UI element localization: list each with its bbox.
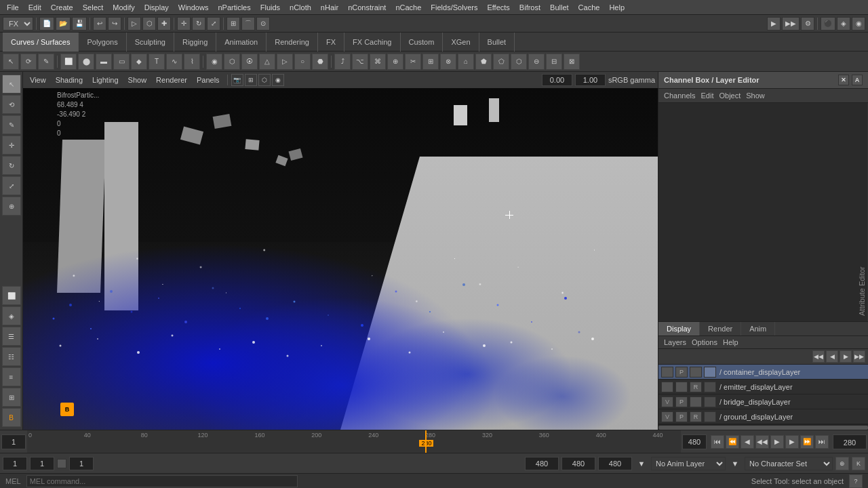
- fill-btn[interactable]: ⊕: [387, 54, 403, 70]
- hypershade-btn[interactable]: ◈: [2, 306, 21, 325]
- attr-editor-btn[interactable]: ☷: [2, 347, 21, 366]
- layer-color-bridge[interactable]: [704, 396, 716, 407]
- render-seq-btn[interactable]: ▶▶: [782, 17, 800, 30]
- renderer-menu[interactable]: Renderer: [152, 75, 191, 85]
- anim-frame-field[interactable]: [69, 457, 94, 470]
- paint-tool-btn[interactable]: ✎: [2, 115, 21, 134]
- new-file-btn[interactable]: 📄: [39, 17, 54, 30]
- layer-color-container[interactable]: [704, 367, 716, 378]
- bifrost-icon[interactable]: B: [2, 408, 21, 427]
- layer-nav-next-btn[interactable]: ▶: [840, 350, 852, 363]
- redo-btn[interactable]: ↪: [108, 17, 121, 30]
- anim-end2-field[interactable]: [561, 457, 595, 470]
- layer-tab-render[interactable]: Render: [700, 322, 741, 336]
- nurbs-cone-btn[interactable]: △: [259, 54, 275, 70]
- smooth-btn[interactable]: ⬟: [475, 54, 492, 70]
- layer-vis-container[interactable]: [661, 367, 673, 378]
- special-btn[interactable]: ◆: [131, 54, 147, 70]
- help-menu[interactable]: Help: [723, 338, 738, 346]
- prev-frame-btn[interactable]: ◀: [741, 435, 754, 449]
- viewport-smooth-btn[interactable]: ◉: [272, 74, 284, 86]
- edit-nav[interactable]: Edit: [701, 92, 713, 100]
- nurbs-cyl-btn[interactable]: ⦿: [241, 54, 258, 70]
- prev-key-btn[interactable]: ⏪: [726, 435, 739, 449]
- display-heads-btn[interactable]: ⚫: [821, 17, 835, 30]
- layers-menu[interactable]: Layers: [664, 338, 686, 346]
- char-set-btn[interactable]: ⊕: [835, 457, 849, 470]
- shading-menu[interactable]: Shading: [52, 75, 87, 85]
- mel-input[interactable]: [26, 475, 298, 487]
- remesh-btn[interactable]: ⬠: [493, 54, 509, 70]
- menu-fields[interactable]: Fields/Solvers: [427, 2, 481, 13]
- menu-file[interactable]: File: [3, 2, 23, 13]
- menu-nhair[interactable]: nHair: [317, 2, 342, 13]
- panels-menu[interactable]: Panels: [193, 75, 224, 85]
- tab-fx[interactable]: FX: [318, 33, 344, 52]
- subdiv-btn[interactable]: ⬣: [312, 54, 328, 70]
- layer-p-bridge[interactable]: P: [675, 396, 688, 407]
- anim-end-field[interactable]: [525, 457, 559, 470]
- tab-sculpting[interactable]: Sculpting: [127, 33, 174, 52]
- channel-box-btn[interactable]: ≡: [2, 367, 21, 386]
- range-start-field[interactable]: [1, 434, 26, 449]
- layer-vis-emitter[interactable]: [661, 382, 673, 392]
- scale-tool-btn[interactable]: ⤢: [2, 176, 21, 195]
- anim-range-expand[interactable]: ▼: [635, 457, 648, 470]
- shelf-btn[interactable]: ⊞: [2, 388, 21, 407]
- tab-curves-surfaces[interactable]: Curves / Surfaces: [3, 33, 79, 52]
- arrow-tool-btn[interactable]: ↖: [3, 54, 19, 70]
- nurbs-cube-btn[interactable]: ⬡: [224, 54, 240, 70]
- object-nav[interactable]: Object: [719, 92, 741, 100]
- timeline-ruler[interactable]: 0 40 80 120 160 200 240 280 320 360 400 …: [27, 430, 681, 453]
- layer-row-emitter[interactable]: R / emitter_displayLayer: [658, 380, 868, 394]
- tab-xgen[interactable]: XGen: [443, 33, 479, 52]
- select-btn[interactable]: ▷: [127, 17, 141, 30]
- menu-display[interactable]: Display: [140, 2, 173, 13]
- select-tool-btn[interactable]: ↖: [2, 75, 21, 94]
- tab-custom[interactable]: Custom: [401, 33, 443, 52]
- auto-key-btn[interactable]: K: [852, 457, 865, 470]
- tab-fx-caching[interactable]: FX Caching: [344, 33, 400, 52]
- input-ops-btn[interactable]: ◈: [837, 17, 850, 30]
- menu-select[interactable]: Select: [79, 2, 108, 13]
- view-menu[interactable]: View: [26, 75, 50, 85]
- menu-cache[interactable]: Cache: [574, 2, 604, 13]
- layer-row-container[interactable]: P / container_displayLayer: [658, 365, 868, 380]
- poly-plane-btn[interactable]: ▭: [113, 54, 130, 70]
- viewport[interactable]: View Shading Lighting Show Renderer Pane…: [23, 72, 658, 430]
- curve-cv-btn[interactable]: ∿: [166, 54, 182, 70]
- move-tool-btn[interactable]: ✛: [2, 136, 21, 155]
- lasso-tool-btn[interactable]: ⟳: [20, 54, 37, 70]
- poly-sphere-btn[interactable]: ⬤: [78, 54, 94, 70]
- layer-color-emitter[interactable]: [704, 382, 716, 392]
- menu-create[interactable]: Create: [47, 2, 77, 13]
- layer-tab-display[interactable]: Display: [658, 322, 700, 336]
- conform-btn[interactable]: ⊠: [564, 54, 580, 70]
- scene-canvas[interactable]: B: [23, 88, 658, 430]
- show-nav[interactable]: Show: [746, 92, 765, 100]
- char-set-select[interactable]: No Character Set: [745, 457, 833, 470]
- boolean-btn[interactable]: ⊖: [528, 54, 545, 70]
- coord-y-field[interactable]: [575, 74, 606, 86]
- extrude-btn[interactable]: ⤴: [334, 54, 351, 70]
- merge-btn[interactable]: ⌂: [458, 54, 474, 70]
- construction-btn[interactable]: ◉: [852, 17, 865, 30]
- current-frame-display[interactable]: 280: [833, 434, 867, 449]
- render-btn[interactable]: ▶: [767, 17, 781, 30]
- rotate-tool-btn[interactable]: ↻: [2, 156, 21, 175]
- open-file-btn[interactable]: 📂: [56, 17, 71, 30]
- next-key-btn[interactable]: ⏩: [800, 435, 814, 449]
- range-end-field[interactable]: [682, 434, 707, 449]
- snap-point-btn[interactable]: ⊙: [256, 17, 270, 30]
- curve-ep-btn[interactable]: ⌇: [184, 54, 200, 70]
- viewport-wireframe-btn[interactable]: ⬡: [258, 74, 271, 86]
- status-help-btn[interactable]: ?: [849, 474, 863, 488]
- paint-btn[interactable]: ✚: [157, 17, 171, 30]
- universal-tool-btn[interactable]: ⊕: [2, 197, 21, 216]
- layer-nav-prev-btn[interactable]: ◀: [826, 350, 838, 363]
- nurbs-sphere-btn[interactable]: ◉: [206, 54, 222, 70]
- paint-sel-btn[interactable]: ✎: [38, 54, 54, 70]
- layer-p-container[interactable]: P: [675, 367, 688, 378]
- nurbs-plane-btn[interactable]: ▷: [277, 54, 293, 70]
- options-menu[interactable]: Options: [692, 338, 717, 346]
